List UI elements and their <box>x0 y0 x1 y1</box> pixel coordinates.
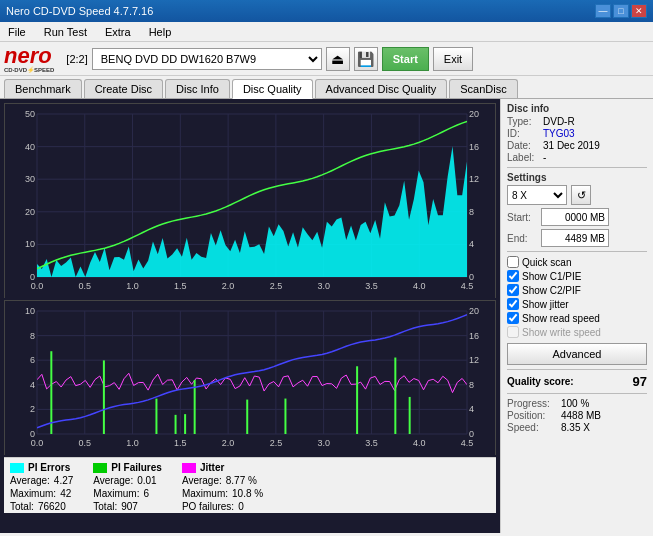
chart-bottom-container <box>4 300 496 455</box>
jitter-po-val: 0 <box>238 501 244 512</box>
start-button[interactable]: Start <box>382 47 429 71</box>
drive-select[interactable]: BENQ DVD DD DW1620 B7W9 <box>92 48 322 70</box>
jitter-po-label: PO failures: <box>182 501 234 512</box>
toolbar: nero CD·DVD⚡SPEED [2:2] BENQ DVD DD DW16… <box>0 42 653 76</box>
minimize-button[interactable]: — <box>595 4 611 18</box>
disc-info-title: Disc info <box>507 103 647 114</box>
pi-failures-avg-label: Average: <box>93 475 133 486</box>
pi-errors-label: PI Errors <box>28 462 70 473</box>
pi-errors-max-val: 42 <box>60 488 71 499</box>
c2-pif-label: Show C2/PIF <box>522 285 581 296</box>
tab-create-disc[interactable]: Create Disc <box>84 79 163 98</box>
tab-disc-quality[interactable]: Disc Quality <box>232 79 313 99</box>
speed-value: 8.35 X <box>561 422 590 433</box>
quality-label: Quality score: <box>507 376 574 387</box>
disc-label-value: - <box>543 152 546 163</box>
jitter-max-label: Maximum: <box>182 488 228 499</box>
pi-errors-total-val: 76620 <box>38 501 66 512</box>
c1-pie-checkbox[interactable] <box>507 270 519 282</box>
pi-errors-avg-val: 4.27 <box>54 475 73 486</box>
pi-errors-total-label: Total: <box>10 501 34 512</box>
pi-failures-label: PI Failures <box>111 462 162 473</box>
exit-button[interactable]: Exit <box>433 47 473 71</box>
type-label: Type: <box>507 116 539 127</box>
advanced-button[interactable]: Advanced <box>507 343 647 365</box>
end-label: End: <box>507 233 537 244</box>
progress-label: Progress: <box>507 398 557 409</box>
disc-label-label: Label: <box>507 152 539 163</box>
date-label: Date: <box>507 140 539 151</box>
c1-pie-label: Show C1/PIE <box>522 271 581 282</box>
jitter-max-val: 10.8 % <box>232 488 263 499</box>
app-title: Nero CD-DVD Speed 4.7.7.16 <box>6 5 153 17</box>
refresh-button[interactable]: ↺ <box>571 185 591 205</box>
date-value: 31 Dec 2019 <box>543 140 600 151</box>
pi-failures-max-val: 6 <box>143 488 149 499</box>
eject-button[interactable]: ⏏ <box>326 47 350 71</box>
menu-bar: File Run Test Extra Help <box>0 22 653 42</box>
pi-failures-total-label: Total: <box>93 501 117 512</box>
nero-logo-text: nero <box>4 45 52 67</box>
read-speed-checkbox[interactable] <box>507 312 519 324</box>
pi-failures-avg-val: 0.01 <box>137 475 156 486</box>
tab-scan-disc[interactable]: ScanDisc <box>449 79 517 98</box>
checkboxes-section: Quick scan Show C1/PIE Show C2/PIF Show … <box>507 256 647 338</box>
tab-benchmark[interactable]: Benchmark <box>4 79 82 98</box>
jitter-checkbox[interactable] <box>507 298 519 310</box>
disc-info-section: Disc info Type: DVD-R ID: TYG03 Date: 31… <box>507 103 647 163</box>
jitter-avg-label: Average: <box>182 475 222 486</box>
menu-run-test[interactable]: Run Test <box>40 24 91 40</box>
pi-failures-color <box>93 463 107 473</box>
close-button[interactable]: ✕ <box>631 4 647 18</box>
side-panel: Disc info Type: DVD-R ID: TYG03 Date: 31… <box>500 99 653 533</box>
end-input[interactable] <box>541 229 609 247</box>
nero-sub-text: CD·DVD⚡SPEED <box>4 67 54 73</box>
pi-failures-max-label: Maximum: <box>93 488 139 499</box>
pi-errors-avg-label: Average: <box>10 475 50 486</box>
maximize-button[interactable]: □ <box>613 4 629 18</box>
position-value: 4488 MB <box>561 410 601 421</box>
menu-help[interactable]: Help <box>145 24 176 40</box>
chart-area: PI Errors Average: 4.27 Maximum: 42 Tota… <box>0 99 500 533</box>
position-label: Position: <box>507 410 557 421</box>
progress-value: 100 % <box>561 398 589 409</box>
jitter-label: Jitter <box>200 462 224 473</box>
id-label: ID: <box>507 128 539 139</box>
progress-section: Progress: 100 % Position: 4488 MB Speed:… <box>507 398 647 433</box>
settings-section: Settings 8 X ↺ Start: End: <box>507 172 647 247</box>
nero-logo: nero CD·DVD⚡SPEED <box>4 45 54 73</box>
main-content: PI Errors Average: 4.27 Maximum: 42 Tota… <box>0 99 653 533</box>
write-speed-label: Show write speed <box>522 327 601 338</box>
menu-file[interactable]: File <box>4 24 30 40</box>
jitter-color <box>182 463 196 473</box>
legend-area: PI Errors Average: 4.27 Maximum: 42 Tota… <box>4 457 496 513</box>
drive-label: [2:2] <box>66 53 87 65</box>
start-input[interactable] <box>541 208 609 226</box>
jitter-avg-val: 8.77 % <box>226 475 257 486</box>
quick-scan-label: Quick scan <box>522 257 571 268</box>
jitter-label-cb: Show jitter <box>522 299 569 310</box>
read-speed-label: Show read speed <box>522 313 600 324</box>
speed-select[interactable]: 8 X <box>507 185 567 205</box>
quality-score: 97 <box>633 374 647 389</box>
chart-top-container <box>4 103 496 298</box>
save-button[interactable]: 💾 <box>354 47 378 71</box>
tab-advanced-disc-quality[interactable]: Advanced Disc Quality <box>315 79 448 98</box>
write-speed-checkbox <box>507 326 519 338</box>
pi-failures-total-val: 907 <box>121 501 138 512</box>
tabs-bar: Benchmark Create Disc Disc Info Disc Qua… <box>0 76 653 99</box>
start-label: Start: <box>507 212 537 223</box>
pi-errors-max-label: Maximum: <box>10 488 56 499</box>
speed-label: Speed: <box>507 422 557 433</box>
pi-errors-color <box>10 463 24 473</box>
type-value: DVD-R <box>543 116 575 127</box>
settings-title: Settings <box>507 172 647 183</box>
title-bar: Nero CD-DVD Speed 4.7.7.16 — □ ✕ <box>0 0 653 22</box>
quick-scan-checkbox[interactable] <box>507 256 519 268</box>
tab-disc-info[interactable]: Disc Info <box>165 79 230 98</box>
id-value: TYG03 <box>543 128 575 139</box>
c2-pif-checkbox[interactable] <box>507 284 519 296</box>
menu-extra[interactable]: Extra <box>101 24 135 40</box>
